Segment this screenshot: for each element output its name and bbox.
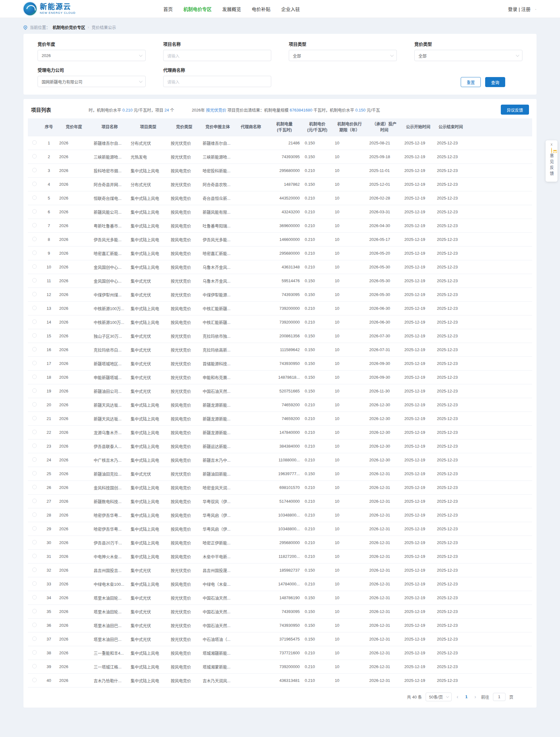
cell-seq: 24 — [41, 453, 57, 467]
row-radio[interactable] — [32, 650, 37, 655]
row-radio[interactable] — [32, 154, 37, 158]
row-radio[interactable] — [32, 554, 37, 558]
cell-publicity-start: 2025-12-19 — [402, 356, 434, 370]
row-radio[interactable] — [32, 581, 37, 586]
cell-mechanism-energy: 43243200 — [267, 205, 302, 219]
row-radio[interactable] — [32, 512, 37, 517]
cell-publicity-end: 2025-12-23 — [434, 549, 467, 563]
cell-project-type: 集中式陆上风电 — [128, 191, 168, 205]
reset-button[interactable]: 重置 — [461, 77, 481, 87]
row-radio[interactable] — [32, 664, 37, 668]
nav-item-mechanism-price[interactable]: 机制电价专区 — [184, 6, 212, 12]
row-radio[interactable] — [32, 182, 37, 186]
next-page-button[interactable]: › — [473, 694, 477, 700]
logo[interactable]: 新能源云 NEW ENERGY CLOUD — [23, 2, 76, 15]
prev-page-button[interactable]: ‹ — [455, 694, 459, 700]
login-register-link[interactable]: 登录 | 注册 — [508, 6, 531, 12]
filter-bid-type: 竞价类型 全部 — [414, 41, 522, 61]
row-radio[interactable] — [32, 388, 37, 393]
row-radio[interactable] — [32, 375, 37, 379]
nav-item-home[interactable]: 首页 — [163, 6, 173, 12]
row-radio[interactable] — [32, 595, 37, 599]
cell-applicant: 新疆维吾尔自... — [200, 136, 235, 150]
row-radio[interactable] — [32, 292, 37, 296]
cell-project-name: 申能新疆塔城... — [91, 370, 128, 384]
row-radio[interactable] — [32, 140, 37, 145]
row-radio[interactable] — [32, 471, 37, 475]
cell-production-date: 2025-12-01 — [367, 177, 402, 191]
filler-cell — [467, 673, 532, 687]
page-size-select[interactable]: 50条/页 — [426, 693, 452, 701]
cell-project-name: 新疆油田公司... — [91, 384, 128, 398]
cell-publicity-end: 2025-12-23 — [434, 219, 467, 232]
project-name-input[interactable]: 请输入 — [163, 50, 271, 61]
row-radio[interactable] — [32, 306, 37, 310]
power-company-select[interactable]: 国网新疆电力有限公司 — [38, 76, 146, 87]
cell-project-name: 三峡新能源哈... — [91, 150, 128, 163]
bid-year-select[interactable]: 2026 — [38, 50, 146, 61]
cell-price-term: 10 — [332, 356, 367, 370]
row-radio[interactable] — [32, 251, 37, 255]
cell-bid-type: 按风电竞价 — [168, 301, 200, 315]
cell-bid-year: 2026 — [57, 453, 91, 467]
row-radio[interactable] — [32, 526, 37, 531]
bid-type-select[interactable]: 全部 — [414, 50, 522, 61]
row-radio[interactable] — [32, 347, 37, 351]
envelope-icon[interactable] — [551, 148, 552, 153]
project-type-select[interactable]: 全部 — [289, 50, 397, 61]
row-radio[interactable] — [32, 237, 37, 241]
cell-production-date: 2026-02-28 — [367, 191, 402, 205]
cell-project-name: 昌吉州国投吉... — [91, 563, 128, 577]
row-radio[interactable] — [32, 568, 37, 572]
cell-project-name: 伊吾县20万千... — [91, 536, 128, 549]
nav-item-enterprise-entry[interactable]: 企业入驻 — [281, 6, 300, 12]
row-radio[interactable] — [32, 457, 37, 462]
cell-bid-year: 2026 — [57, 315, 91, 329]
table-row: 172026新疆塔城地区...集中式光伏按光伏竞价首储能源科技...743930… — [28, 356, 532, 370]
row-radio[interactable] — [32, 278, 37, 283]
row-radio[interactable] — [32, 416, 37, 420]
goto-page-input[interactable] — [493, 693, 506, 701]
filler-cell — [467, 232, 532, 246]
row-radio[interactable] — [32, 168, 37, 172]
row-radio[interactable] — [32, 430, 37, 434]
agent-name-input[interactable]: 请输入 — [163, 76, 271, 87]
row-radio[interactable] — [32, 609, 37, 613]
table-row: 132026中核新源100万...集中式陆上风电按风电竞价中核汇能新疆...73… — [28, 301, 532, 315]
breadcrumb-separator-icon: › — [88, 25, 89, 29]
current-page[interactable]: 1 — [463, 694, 469, 699]
row-radio[interactable] — [32, 319, 37, 324]
row-radio[interactable] — [32, 678, 37, 682]
cell-publicity-start: 2025-12-19 — [402, 260, 434, 274]
row-radio[interactable] — [32, 223, 37, 227]
table-body: 12026新疆维吾尔自...分布式光伏按光伏竞价新疆维吾尔自...214860.… — [28, 136, 532, 687]
nav-item-development-overview[interactable]: 发展概览 — [222, 6, 241, 12]
table-row: 362026塔里木油田巴...集中式光伏按光伏竞价中国石油天然...743930… — [28, 618, 532, 632]
nav-item-price-subsidy[interactable]: 电价补贴 — [252, 6, 271, 12]
breadcrumb-section[interactable]: 机制电价竞价专区 — [53, 24, 85, 30]
row-radio[interactable] — [32, 209, 37, 214]
row-radio[interactable] — [32, 264, 37, 269]
cell-agent-name — [235, 384, 267, 398]
feedback-widget-label[interactable]: 意见反馈 — [549, 153, 555, 177]
search-button[interactable]: 查询 — [485, 77, 505, 87]
row-radio[interactable] — [32, 402, 37, 407]
cell-bid-year: 2026 — [57, 150, 91, 163]
header-seq: 序号 — [41, 118, 57, 136]
table-row: 202026新疆天风达坂...集中式陆上风电按风电竞价新疆龙源新能...7465… — [28, 398, 532, 412]
row-radio[interactable] — [32, 444, 37, 448]
row-radio[interactable] — [32, 623, 37, 627]
row-radio[interactable] — [32, 195, 37, 200]
close-icon[interactable]: x — [546, 142, 557, 147]
radio-cell — [28, 260, 41, 274]
row-radio[interactable] — [32, 540, 37, 544]
row-radio[interactable] — [32, 499, 37, 503]
row-radio[interactable] — [32, 636, 37, 641]
cell-project-type: 集中式陆上风电 — [128, 412, 168, 425]
cell-bid-type: 按风电竞价 — [168, 660, 200, 673]
row-radio[interactable] — [32, 361, 37, 365]
ticker-pv-bid-link[interactable]: 按光伏竞价 — [206, 108, 226, 112]
row-radio[interactable] — [32, 333, 37, 338]
objection-feedback-button[interactable]: 异议反馈 — [501, 105, 529, 115]
row-radio[interactable] — [32, 485, 37, 489]
